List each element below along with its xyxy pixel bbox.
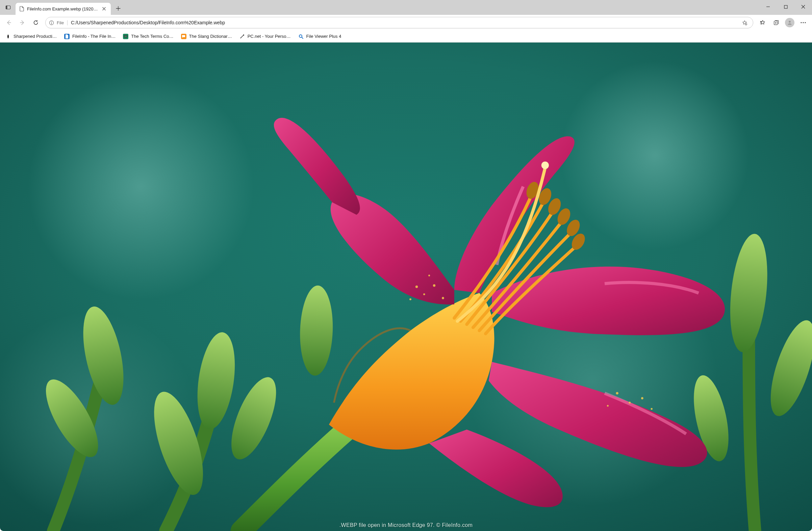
ellipsis-icon <box>800 22 806 23</box>
arrow-right-icon <box>19 19 25 26</box>
bookmark-favicon <box>64 34 70 39</box>
address-scheme-label: File <box>57 20 64 25</box>
svg-point-45 <box>651 408 653 410</box>
window-minimize-button[interactable] <box>759 0 777 14</box>
image-caption: .WEBP file open in Microsoft Edge 97. © … <box>0 522 812 528</box>
settings-menu-button[interactable] <box>797 17 809 29</box>
bookmark-label: Sharpened Producti… <box>14 34 57 39</box>
svg-point-41 <box>428 275 430 277</box>
toolbar: File C:/Users/SharpenedProductions/Deskt… <box>0 15 812 30</box>
svg-point-42 <box>616 392 618 394</box>
bookmark-item[interactable]: PC.net - Your Perso… <box>237 32 293 41</box>
svg-point-16 <box>28 74 254 299</box>
svg-point-40 <box>442 297 444 299</box>
svg-point-7 <box>789 20 791 23</box>
minimize-icon <box>766 5 770 9</box>
svg-point-38 <box>433 284 435 286</box>
displayed-image <box>0 43 812 531</box>
bookmark-label: The Tech Terms Co… <box>131 34 173 39</box>
star-plus-icon <box>742 20 748 26</box>
bookmark-item[interactable]: FileInfo - The File In… <box>61 32 118 41</box>
bookmark-favicon <box>240 34 245 39</box>
bookmarks-bar: Sharpened Producti… FileInfo - The File … <box>0 30 812 43</box>
bookmark-item[interactable]: Sharpened Producti… <box>3 32 59 41</box>
address-scheme[interactable]: File <box>49 20 68 25</box>
bookmark-label: The Slang Dictionar… <box>189 34 232 39</box>
bookmark-favicon <box>298 34 304 39</box>
address-bar[interactable]: File C:/Users/SharpenedProductions/Deskt… <box>45 17 753 28</box>
nav-refresh-button[interactable] <box>30 17 42 29</box>
profile-button[interactable] <box>784 17 796 29</box>
close-icon <box>102 7 106 11</box>
svg-point-13 <box>240 38 241 38</box>
refresh-icon <box>33 19 39 26</box>
nav-forward-button[interactable] <box>16 17 28 29</box>
new-tab-button[interactable] <box>113 3 124 14</box>
tab-close-button[interactable] <box>101 5 107 12</box>
bookmark-favicon <box>123 34 128 39</box>
arrow-left-icon <box>6 19 12 26</box>
bookmark-item[interactable]: File Viewer Plus 4 <box>295 32 344 41</box>
svg-point-17 <box>561 61 749 249</box>
svg-point-44 <box>641 397 643 399</box>
bookmark-favicon <box>5 34 11 39</box>
svg-point-46 <box>607 405 609 407</box>
svg-rect-12 <box>124 35 127 37</box>
window-controls <box>759 0 812 15</box>
svg-rect-1 <box>6 6 8 9</box>
tab-actions-icon <box>5 5 11 10</box>
svg-rect-2 <box>784 5 787 9</box>
svg-point-35 <box>541 161 549 169</box>
file-icon <box>19 6 24 12</box>
bookmark-favicon <box>181 34 186 39</box>
content-viewport: .WEBP file open in Microsoft Edge 97. © … <box>0 43 812 531</box>
nav-back-button[interactable] <box>3 17 15 29</box>
bookmark-item[interactable]: The Tech Terms Co… <box>120 32 176 41</box>
svg-point-9 <box>802 22 803 23</box>
collections-button[interactable] <box>770 17 782 29</box>
collections-icon <box>773 19 779 26</box>
svg-point-8 <box>800 22 801 23</box>
window-close-button[interactable] <box>795 0 812 14</box>
svg-point-4 <box>51 21 52 22</box>
bookmark-item[interactable]: The Slang Dictionar… <box>178 32 235 41</box>
tab-title: FileInfo.com Example.webp (1920… <box>27 6 98 12</box>
tab-actions-button[interactable] <box>2 1 14 14</box>
titlebar: FileInfo.com Example.webp (1920… <box>0 0 812 15</box>
maximize-icon <box>784 5 788 9</box>
image-container[interactable] <box>0 43 812 531</box>
address-url: C:/Users/SharpenedProductions/Desktop/Fi… <box>71 20 739 25</box>
avatar-icon <box>785 18 795 27</box>
info-icon <box>49 20 54 25</box>
browser-tab-active[interactable]: FileInfo.com Example.webp (1920… <box>16 3 111 15</box>
bookmark-label: PC.net - Your Perso… <box>248 34 291 39</box>
bookmark-label: FileInfo - The File In… <box>72 34 116 39</box>
read-aloud-button[interactable] <box>739 17 750 28</box>
close-icon <box>801 5 805 9</box>
svg-point-10 <box>804 22 806 23</box>
svg-point-37 <box>423 293 425 295</box>
svg-point-39 <box>409 298 411 300</box>
favorites-icon <box>760 19 766 26</box>
window-maximize-button[interactable] <box>777 0 795 14</box>
plus-icon <box>116 6 120 11</box>
favorites-button[interactable] <box>757 17 769 29</box>
svg-point-43 <box>628 402 630 404</box>
bookmark-label: File Viewer Plus 4 <box>306 34 342 39</box>
svg-point-36 <box>416 285 418 288</box>
